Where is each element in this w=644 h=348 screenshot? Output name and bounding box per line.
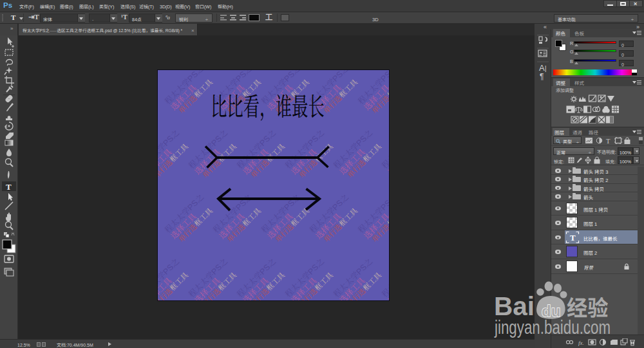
svg-text:T: T — [606, 138, 611, 145]
svg-text:T: T — [6, 182, 12, 192]
svg-text:jingyan.baidu.com: jingyan.baidu.com — [494, 316, 611, 338]
svg-text:¶: ¶ — [540, 72, 544, 81]
svg-text:比比看，谁最长: 比比看，谁最长 — [211, 87, 324, 124]
svg-text:T: T — [570, 233, 576, 243]
svg-text:A|: A| — [539, 63, 547, 73]
